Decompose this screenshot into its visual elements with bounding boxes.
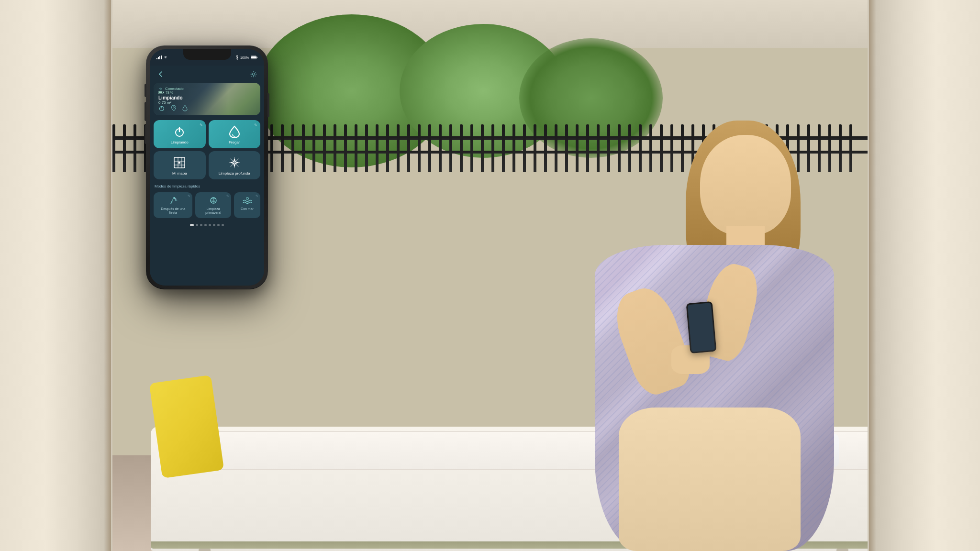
fence-bar — [418, 124, 421, 172]
back-button[interactable] — [156, 69, 165, 79]
quick-modes-list: ✎ Después de una fiesta ✎ — [150, 190, 264, 222]
svg-rect-2 — [159, 56, 160, 59]
yellow-cushion — [149, 375, 224, 478]
fence-bar — [334, 124, 336, 172]
status-right-icons: 100% — [235, 55, 257, 60]
mode-edit-badge: ✎ — [256, 194, 258, 198]
wifi-icon — [163, 55, 168, 59]
page-dot-1 — [190, 224, 194, 226]
app-screen: Conectado 78 % Limpiando 0,75 m² — [150, 66, 264, 286]
confetti-icon — [168, 195, 178, 206]
gear-icon — [250, 71, 257, 77]
fence-bar — [123, 124, 126, 172]
app-header — [150, 66, 264, 81]
page-dot-2 — [196, 224, 198, 226]
device-status-row: Conectado — [158, 87, 256, 91]
svg-rect-1 — [158, 57, 159, 59]
device-power-icon[interactable] — [158, 105, 165, 111]
wave-icon — [242, 195, 253, 206]
fence-bar — [291, 124, 294, 172]
page-dot-5 — [209, 224, 211, 226]
limpieza-profunda-label: Limpieza profunda — [219, 171, 250, 176]
mode-primaveral-button[interactable]: ✎ Limpieza primaveral — [195, 192, 231, 218]
edit-badge: ✎ — [200, 123, 203, 127]
status-left — [156, 55, 168, 59]
limpiando-label: Limpiando — [171, 140, 189, 144]
device-water-icon[interactable] — [182, 105, 188, 111]
mode-mar-label: Con mar — [241, 207, 254, 211]
mode-mar-button[interactable]: ✎ Con mar — [234, 192, 260, 218]
fence-bar — [112, 124, 115, 172]
door-frame-left — [0, 0, 112, 551]
device-wifi-icon — [158, 87, 163, 91]
phone-notch — [183, 49, 231, 60]
svg-point-25 — [246, 198, 248, 200]
battery-sm-icon — [158, 91, 164, 94]
fence-bar — [134, 124, 136, 172]
fence-bar — [281, 124, 284, 172]
phone-outer-frame: 9:41 AM 100% — [146, 45, 268, 289]
fence-bar — [355, 124, 357, 172]
page-dot-8 — [222, 224, 224, 226]
device-location-icon[interactable] — [171, 105, 177, 111]
main-grid: ✎ Limpiando ✎ — [150, 117, 264, 182]
svg-rect-9 — [159, 91, 162, 93]
device-card: Conectado 78 % Limpiando 0,75 m² — [154, 83, 260, 115]
fence-bar — [470, 124, 473, 172]
svg-point-13 — [173, 107, 175, 108]
page-dot-6 — [213, 224, 215, 226]
phone-power-button — [267, 93, 269, 117]
deep-clean-icon — [228, 156, 241, 169]
limpieza-profunda-button[interactable]: Limpieza profunda — [209, 151, 261, 179]
battery-percent: 100% — [240, 56, 249, 59]
map-grid-icon — [173, 156, 186, 169]
fence-bar — [491, 124, 494, 172]
svg-rect-5 — [251, 56, 256, 58]
battery-icon — [251, 55, 257, 59]
limpiando-button[interactable]: ✎ Limpiando — [154, 120, 206, 148]
fence-bar — [376, 124, 379, 172]
svg-rect-21 — [178, 162, 180, 164]
fence-bar — [365, 124, 368, 172]
connected-label: Conectado — [165, 87, 184, 91]
quick-modes-heading: Modos de limpieza rápidos — [150, 182, 264, 190]
fence-bar — [386, 124, 389, 172]
mode-fiesta-button[interactable]: ✎ Después de una fiesta — [154, 192, 192, 218]
fence-bar — [397, 124, 400, 172]
device-card-content: Conectado 78 % Limpiando 0,75 m² — [158, 87, 256, 105]
fregar-button[interactable]: ✎ Fregar — [209, 120, 261, 148]
edit-badge: ✎ — [254, 123, 257, 127]
fence-bar — [302, 124, 305, 172]
fence-bar — [460, 124, 463, 172]
fence-bar — [344, 124, 347, 172]
fence-bar — [502, 124, 505, 172]
svg-point-23 — [171, 201, 172, 203]
mi-mapa-button[interactable]: Mi mapa — [154, 151, 206, 179]
phone-volume-up-button — [145, 102, 146, 121]
phone-screen: 9:41 AM 100% — [150, 49, 264, 286]
fence-bar — [407, 124, 410, 172]
device-area: 0,75 m² — [158, 100, 256, 105]
page-dot-3 — [200, 224, 202, 226]
fence-bar — [439, 124, 442, 172]
mode-edit-badge: ✎ — [226, 194, 229, 198]
fence-bar — [323, 124, 326, 172]
fence-bar — [449, 124, 452, 172]
svg-rect-10 — [163, 92, 164, 93]
svg-rect-3 — [161, 55, 162, 59]
fence-bar — [312, 124, 315, 172]
person-legs — [619, 408, 801, 551]
settings-button[interactable] — [249, 69, 258, 79]
fence-bar — [849, 124, 852, 172]
back-icon — [158, 71, 163, 77]
chaise-leg — [199, 549, 211, 551]
mode-edit-badge: ✎ — [188, 194, 190, 198]
mode-fiesta-label: Después de una fiesta — [157, 207, 189, 215]
fregar-label: Fregar — [229, 140, 240, 144]
mi-mapa-label: Mi mapa — [172, 171, 187, 176]
phone-volume-down-button — [145, 125, 146, 144]
bluetooth-icon — [235, 55, 238, 60]
fence-bar — [270, 124, 273, 172]
person-held-phone — [686, 301, 717, 353]
signal-icon — [156, 55, 162, 59]
